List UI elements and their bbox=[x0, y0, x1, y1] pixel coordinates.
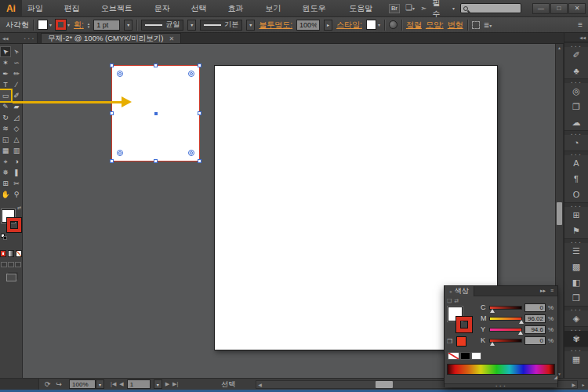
slice-tool[interactable]: ✂ bbox=[11, 178, 22, 189]
blend-tool[interactable]: ◑ bbox=[11, 156, 22, 167]
help-search-box[interactable] bbox=[460, 3, 521, 13]
artboards-panel-icon[interactable]: ⊞ bbox=[564, 207, 588, 223]
menu-object[interactable]: 오브젝트(O) bbox=[96, 0, 149, 17]
perspective-grid-tool[interactable]: △ bbox=[11, 134, 22, 145]
drag-grip-icon[interactable]: ▪ ▪ ▪ bbox=[24, 36, 34, 41]
zoom-tool[interactable]: ⚲ bbox=[11, 189, 22, 200]
handle-middle-right[interactable] bbox=[198, 111, 201, 115]
shape-builder-tool[interactable]: ◱ bbox=[0, 134, 11, 145]
dock-collapse-header[interactable]: ◀◀ bbox=[564, 33, 588, 42]
selection-tool[interactable]: ➤ bbox=[0, 46, 11, 57]
menu-view[interactable]: 보기(V) bbox=[260, 0, 296, 17]
width-tool[interactable]: ≋ bbox=[0, 123, 11, 134]
workspace-switcher[interactable]: 필수 bbox=[432, 0, 447, 20]
direct-selection-tool[interactable]: ➢ bbox=[11, 46, 22, 57]
cs-live-icon[interactable]: ➣ bbox=[420, 4, 426, 13]
cyan-slider[interactable] bbox=[489, 306, 522, 310]
magenta-value-field[interactable] bbox=[524, 314, 546, 323]
black-value-field[interactable] bbox=[524, 336, 546, 345]
menu-help[interactable]: 도움말(H) bbox=[343, 0, 389, 17]
next-artboard-button[interactable]: ▶ bbox=[165, 381, 169, 387]
align-panel-icon[interactable]: ❒ bbox=[564, 290, 588, 306]
draw-normal-button[interactable] bbox=[1, 262, 7, 267]
recolor-artwork-icon[interactable] bbox=[389, 20, 397, 29]
rectangle-tool[interactable]: ▭ bbox=[0, 90, 11, 101]
width-profile-dropdown[interactable]: ▾ bbox=[187, 20, 196, 31]
curvature-tool[interactable]: ✏ bbox=[11, 68, 22, 79]
handle-middle-left[interactable] bbox=[110, 111, 114, 115]
black-slider[interactable] bbox=[489, 339, 522, 343]
mini-fill-stroke-icon[interactable]: ❏ bbox=[447, 298, 452, 304]
brush-definition-dropdown[interactable]: ▾ bbox=[246, 20, 255, 31]
first-artboard-button[interactable]: |◀ bbox=[111, 381, 116, 387]
minimize-button[interactable]: — bbox=[532, 3, 550, 14]
yellow-value-field[interactable] bbox=[524, 325, 546, 334]
panel-menu-icon[interactable]: ≡ bbox=[550, 288, 554, 294]
align-link[interactable]: 정렬 bbox=[406, 20, 422, 31]
arrange-documents-icon[interactable]: ❏▾ bbox=[405, 3, 415, 13]
gamut-color-swatch[interactable] bbox=[456, 336, 466, 347]
expand-panels-icon[interactable]: ◀◀ bbox=[579, 35, 586, 40]
pencil-tool[interactable]: ✎ bbox=[0, 101, 11, 112]
magenta-slider-handle[interactable] bbox=[519, 320, 524, 324]
menu-type[interactable]: 문자(T) bbox=[149, 0, 186, 17]
menu-file[interactable]: 파일(F) bbox=[22, 0, 59, 17]
handle-bottom-right[interactable] bbox=[198, 159, 201, 163]
toolbar-dock-header[interactable]: ◀◀ ▪ ▪ ▪ bbox=[0, 33, 38, 43]
draw-inside-button[interactable] bbox=[15, 262, 21, 267]
close-button[interactable]: ✕ bbox=[568, 3, 586, 14]
default-fill-stroke-icon[interactable] bbox=[1, 234, 8, 240]
rotate-view-icon[interactable]: ⟳ bbox=[45, 380, 51, 388]
shape-link[interactable]: 모양: bbox=[426, 20, 444, 31]
layers-panel-icon[interactable]: ◈ bbox=[564, 310, 588, 326]
search-input[interactable] bbox=[470, 5, 518, 13]
previous-artboard-button[interactable]: ◀ bbox=[119, 381, 123, 387]
scroll-left-icon[interactable]: ◀ bbox=[256, 382, 263, 387]
graphic-style-button[interactable]: ▾ bbox=[366, 20, 380, 30]
none-button[interactable] bbox=[16, 250, 22, 257]
fill-color-button[interactable]: ▾ bbox=[38, 20, 52, 30]
horizontal-scrollbar-thumb[interactable] bbox=[376, 381, 393, 388]
zoom-level-field[interactable] bbox=[69, 379, 96, 389]
gradient-button[interactable] bbox=[8, 250, 14, 257]
opacity-link[interactable]: 불투명도: bbox=[259, 20, 292, 31]
opentype-panel-icon[interactable]: O bbox=[564, 187, 588, 202]
gradient-tool[interactable]: ▥ bbox=[11, 145, 22, 156]
vertical-scrollbar-thumb[interactable] bbox=[557, 202, 562, 225]
type-tool[interactable]: T bbox=[0, 79, 11, 90]
corner-widget-top-right[interactable] bbox=[188, 71, 194, 77]
artboard-dropdown[interactable]: ▾ bbox=[154, 379, 162, 389]
tab-close-icon[interactable]: ✕ bbox=[169, 35, 174, 42]
swap-fill-stroke-icon[interactable]: ⇄ bbox=[17, 205, 21, 210]
zoom-level-dropdown[interactable]: ▾ bbox=[96, 379, 104, 389]
paragraph-panel-icon[interactable]: ¶ bbox=[564, 171, 588, 187]
style-link[interactable]: 스타일: bbox=[336, 20, 362, 31]
line-segment-tool[interactable]: ∕ bbox=[11, 79, 22, 90]
handle-top-middle[interactable] bbox=[154, 64, 158, 67]
black-slider-handle[interactable] bbox=[490, 342, 495, 346]
control-panel-menu-icon[interactable]: ≡ bbox=[578, 20, 583, 29]
pen-tool[interactable]: ✒ bbox=[0, 68, 11, 79]
magenta-slider[interactable] bbox=[489, 317, 522, 321]
scale-tool[interactable]: ◿ bbox=[11, 112, 22, 123]
color-panel-icon[interactable]: ✾ bbox=[564, 331, 588, 347]
maximize-button[interactable]: □ bbox=[550, 3, 568, 14]
collapse-toolbar-icon[interactable]: ◀◀ bbox=[2, 36, 9, 41]
transform-panel-icon[interactable]: ❐ bbox=[564, 99, 588, 114]
stroke-weight-stepper[interactable]: ▴▾ bbox=[88, 22, 90, 28]
color-button[interactable] bbox=[0, 250, 6, 257]
black-swatch[interactable] bbox=[460, 352, 470, 360]
panel-stroke-swatch[interactable] bbox=[456, 317, 472, 332]
color-panel-tab[interactable]: ⋄ 색상 bbox=[445, 286, 474, 296]
column-graph-tool[interactable]: ❚ bbox=[11, 167, 22, 178]
menu-window[interactable]: 윈도우(W) bbox=[296, 0, 343, 17]
share-icon[interactable]: ↪ bbox=[56, 380, 63, 388]
magic-wand-tool[interactable]: ✶ bbox=[0, 57, 11, 68]
collapse-panel-icon[interactable]: ▸▸ bbox=[540, 288, 546, 294]
character-panel-icon[interactable]: A bbox=[564, 155, 588, 171]
corner-arrow-icon[interactable]: ▸ bbox=[579, 382, 588, 387]
width-profile-combo[interactable]: 균일 bbox=[141, 20, 183, 31]
opacity-field[interactable] bbox=[296, 20, 320, 31]
bridge-icon[interactable]: Br bbox=[389, 4, 400, 13]
cyan-slider-handle[interactable] bbox=[490, 309, 495, 313]
